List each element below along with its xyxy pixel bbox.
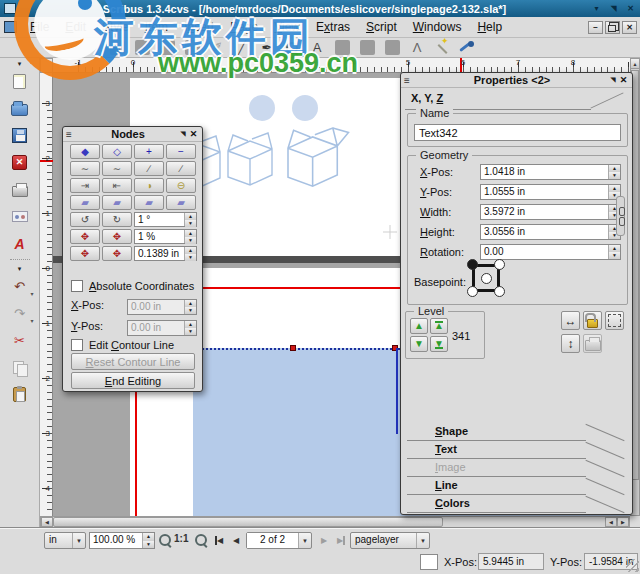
- edit-text-story-editor-button[interactable]: A: [306, 39, 328, 57]
- nodes-palette[interactable]: Nodes ◆◇+−∼∼∕∕⇥⇤◑⊖▰▰▰▰ ↺↻1 °✥✥1 %✥✥0.138…: [62, 126, 203, 392]
- rotate-ccw-button[interactable]: ↺: [70, 212, 100, 227]
- select-item-button[interactable]: [106, 39, 128, 57]
- flip-horizontal-button[interactable]: ↔: [561, 311, 580, 330]
- tab-line[interactable]: Line: [405, 477, 630, 495]
- rotate-item-button[interactable]: [381, 39, 403, 57]
- insert-bezier-curve-button[interactable]: ✒: [256, 39, 278, 57]
- properties-title-bar[interactable]: Properties <2>: [401, 73, 632, 88]
- lock-size-button[interactable]: [605, 311, 624, 330]
- basepoint-selector[interactable]: [466, 258, 506, 298]
- mirror-shape-horizontal-button[interactable]: ▰: [70, 195, 100, 210]
- undo-button[interactable]: ↶: [7, 274, 33, 299]
- spin-down-icon[interactable]: [143, 541, 154, 549]
- spin-up-icon[interactable]: [609, 245, 620, 252]
- raise-level-button[interactable]: ▲: [410, 318, 428, 334]
- palette-menu-icon[interactable]: [404, 75, 416, 86]
- file-toolbar-handle[interactable]: [7, 60, 33, 68]
- reset-control-points-button[interactable]: ∼: [70, 161, 100, 176]
- insert-table-button[interactable]: [181, 39, 203, 57]
- palette-shade-icon[interactable]: [178, 130, 188, 138]
- mdi-minimize-button[interactable]: [588, 21, 603, 34]
- open-box-drawing-2[interactable]: [228, 133, 272, 185]
- paste-button[interactable]: [7, 382, 33, 407]
- window-shade-button[interactable]: [606, 2, 621, 15]
- vertical-ruler[interactable]: 32101234: [40, 73, 53, 516]
- open-box-drawing-3[interactable]: [288, 128, 348, 186]
- last-page-button[interactable]: [332, 532, 348, 549]
- menu-file[interactable]: File: [22, 17, 57, 38]
- properties-panel[interactable]: Properties <2> X, Y, Z Name Text342 Geom…: [400, 72, 633, 515]
- palette-menu-icon[interactable]: [66, 129, 78, 140]
- layer-combo[interactable]: pagelayer: [350, 532, 430, 549]
- scroll-left-icon[interactable]: [41, 517, 53, 527]
- spin-up-icon[interactable]: [185, 213, 196, 220]
- reduce-path-half-button[interactable]: ⊖: [166, 178, 196, 193]
- eyedropper-button[interactable]: [456, 39, 478, 57]
- page-indicator-combo[interactable]: 2 of 2: [246, 532, 312, 549]
- window-close-button[interactable]: [623, 2, 638, 15]
- close-bezier-curve-button[interactable]: ∕: [166, 161, 196, 176]
- tab-colors[interactable]: Colors: [405, 495, 630, 513]
- spin-up-icon[interactable]: [143, 533, 154, 541]
- nodes-spin-value-2[interactable]: 0.1389 in: [134, 246, 197, 261]
- resize-grip[interactable]: [626, 559, 639, 572]
- path-node-marker-1[interactable]: [290, 345, 296, 351]
- geometry-height-spin[interactable]: 3.0556 in: [480, 224, 621, 240]
- title-bar[interactable]: Scribus 1.3.4cvs - [/home/mrdocs/Documen…: [0, 0, 640, 17]
- spin-down-icon[interactable]: [609, 252, 620, 259]
- next-page-button[interactable]: [316, 532, 332, 549]
- dropdown-arrow-icon[interactable]: [30, 317, 33, 324]
- window-minimize-button[interactable]: [589, 2, 604, 15]
- move-node-button[interactable]: ◆: [70, 144, 100, 159]
- circle-shape-2[interactable]: [292, 95, 318, 121]
- insert-image-frame-button[interactable]: [156, 39, 178, 57]
- shrink-shape-value-button[interactable]: ✥: [102, 246, 132, 261]
- shear-shape-right-button[interactable]: ▰: [166, 195, 196, 210]
- tab-text[interactable]: Text: [405, 441, 630, 459]
- basepoint-bottom-left[interactable]: [467, 286, 478, 297]
- scroll-right-icon[interactable]: [617, 517, 629, 527]
- nodes-title-bar[interactable]: Nodes: [63, 127, 202, 142]
- circle-shape-1[interactable]: [249, 95, 275, 121]
- shrink-shape-button[interactable]: ✥: [102, 229, 132, 244]
- shear-path-left-button[interactable]: ⇤: [102, 178, 132, 193]
- previous-page-button[interactable]: [228, 532, 244, 549]
- zoom-spinner[interactable]: 100.00 %: [89, 532, 155, 549]
- spin-up-icon[interactable]: [609, 165, 620, 172]
- first-page-button[interactable]: [212, 532, 228, 549]
- spin-down-icon[interactable]: [185, 220, 196, 227]
- basepoint-top-right[interactable]: [494, 259, 505, 270]
- reduce-path-quarter-button[interactable]: ◑: [134, 178, 164, 193]
- horizontal-ruler[interactable]: -1012345678: [53, 58, 632, 73]
- open-polygon-button[interactable]: ∕: [134, 161, 164, 176]
- palette-close-icon[interactable]: [618, 75, 629, 85]
- copy-button[interactable]: [7, 355, 33, 380]
- basepoint-center[interactable]: [481, 273, 492, 284]
- export-pdf-button[interactable]: A: [7, 231, 33, 256]
- window-icon[interactable]: [4, 3, 16, 14]
- menu-edit[interactable]: Edit: [57, 17, 94, 38]
- unit-combo[interactable]: in: [44, 532, 86, 549]
- end-editing-button[interactable]: End Editing: [71, 372, 195, 389]
- add-node-button[interactable]: +: [134, 144, 164, 159]
- spin-down-icon[interactable]: [185, 237, 196, 244]
- spin-up-icon[interactable]: [609, 185, 620, 192]
- cut-button[interactable]: ✂: [7, 328, 33, 353]
- lower-level-button[interactable]: ▼: [410, 336, 428, 352]
- menu-item[interactable]: Item: [137, 17, 176, 38]
- enable-printing-button[interactable]: [583, 334, 602, 353]
- lock-item-button[interactable]: [583, 311, 602, 330]
- horizontal-scroll-thumb[interactable]: [53, 517, 443, 527]
- zoom-out-icon[interactable]: [158, 533, 172, 547]
- enlarge-shape-button[interactable]: ✥: [70, 229, 100, 244]
- document-window-icon[interactable]: [4, 21, 17, 33]
- ruler-origin-button[interactable]: [40, 58, 53, 73]
- geometry-ypos-spin[interactable]: 1.0555 in: [480, 184, 621, 200]
- menu-insert[interactable]: Insert: [176, 17, 222, 38]
- enlarge-shape-value-button[interactable]: ✥: [70, 246, 100, 261]
- scroll-left-icon-2[interactable]: [605, 517, 617, 527]
- shear-path-right-button[interactable]: ⇥: [70, 178, 100, 193]
- tab-shape[interactable]: Shape: [405, 423, 630, 441]
- move-control-point-button[interactable]: ◇: [102, 144, 132, 159]
- mdi-close-button[interactable]: [622, 21, 637, 34]
